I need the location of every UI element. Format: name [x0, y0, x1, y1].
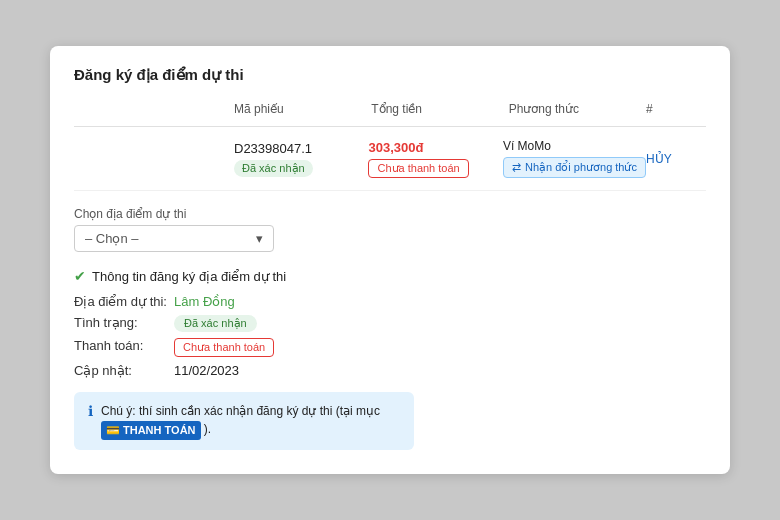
select-value: – Chọn –	[85, 231, 139, 246]
cell-ticket: D23398047.1 Đã xác nhận	[234, 139, 368, 179]
status-label: Tình trạng:	[74, 315, 174, 330]
ticket-price: 303,300đ	[368, 140, 502, 155]
col-total: Tổng tiền	[371, 98, 508, 120]
main-card: Đăng ký địa điểm dự thi Mã phiếu Tổng ti…	[50, 46, 730, 473]
ticket-id: D23398047.1	[234, 141, 368, 156]
status-badge: Đã xác nhận	[174, 315, 257, 332]
info-section-label: Thông tin đăng ký địa điểm dự thi	[92, 269, 286, 284]
table-row: D23398047.1 Đã xác nhận 303,300đ Chưa th…	[74, 127, 706, 191]
updated-value: 11/02/2023	[174, 363, 239, 378]
info-updated-row: Cập nhật: 11/02/2023	[74, 363, 706, 378]
updated-label: Cập nhật:	[74, 363, 174, 378]
ticket-verified-badge: Đã xác nhận	[234, 160, 313, 177]
info-payment-row: Thanh toán: Chưa thanh toán	[74, 338, 706, 357]
col-method: Phương thức	[509, 98, 646, 120]
col-action: #	[646, 98, 706, 120]
location-label: Địa điểm dự thi:	[74, 294, 174, 309]
payment-status-badge: Chưa thanh toán	[368, 159, 468, 178]
info-location-row: Địa điểm dự thi: Lâm Đồng	[74, 294, 706, 309]
note-text: Chú ý: thí sinh cần xác nhận đăng ký dự …	[101, 402, 400, 439]
payment-info-badge: Chưa thanh toán	[174, 338, 274, 357]
cancel-button[interactable]: HỦY	[646, 152, 672, 166]
note-text-after: ).	[204, 422, 211, 436]
location-value: Lâm Đồng	[174, 294, 235, 309]
note-text-before: Chú ý: thí sinh cần xác nhận đăng ký dự …	[101, 404, 380, 418]
info-icon: ℹ	[88, 403, 93, 419]
change-method-button[interactable]: ⇄ Nhận đổi phương thức	[503, 157, 646, 178]
select-section: Chọn địa điểm dự thi – Chọn – ▾	[74, 207, 706, 252]
cell-method: Ví MoMo ⇄ Nhận đổi phương thức	[503, 137, 646, 180]
location-select[interactable]: – Chọn – ▾	[74, 225, 274, 252]
payment-method: Ví MoMo	[503, 139, 646, 153]
note-highlight: 💳 THANH TOÁN	[101, 421, 201, 440]
swap-icon: ⇄	[512, 161, 521, 174]
cell-price: 303,300đ Chưa thanh toán	[368, 138, 502, 180]
info-status-row: Tình trạng: Đã xác nhận	[74, 315, 706, 332]
info-section-title: ✔ Thông tin đăng ký địa điểm dự thi	[74, 268, 706, 284]
card-title: Đăng ký địa điểm dự thi	[74, 66, 706, 84]
note-highlight-text: THANH TOÁN	[123, 422, 196, 439]
payment-small-icon: 💳	[106, 422, 120, 439]
change-method-label: Nhận đổi phương thức	[525, 161, 637, 174]
table-header: Mã phiếu Tổng tiền Phương thức #	[74, 98, 706, 127]
note-box: ℹ Chú ý: thí sinh cần xác nhận đăng ký d…	[74, 392, 414, 449]
chevron-down-icon: ▾	[256, 231, 263, 246]
check-icon: ✔	[74, 268, 86, 284]
cell-empty	[74, 157, 234, 161]
cell-cancel: HỦY	[646, 149, 706, 168]
select-label: Chọn địa điểm dự thi	[74, 207, 706, 221]
payment-label: Thanh toán:	[74, 338, 174, 353]
col-empty	[74, 98, 234, 120]
col-ticket: Mã phiếu	[234, 98, 371, 120]
